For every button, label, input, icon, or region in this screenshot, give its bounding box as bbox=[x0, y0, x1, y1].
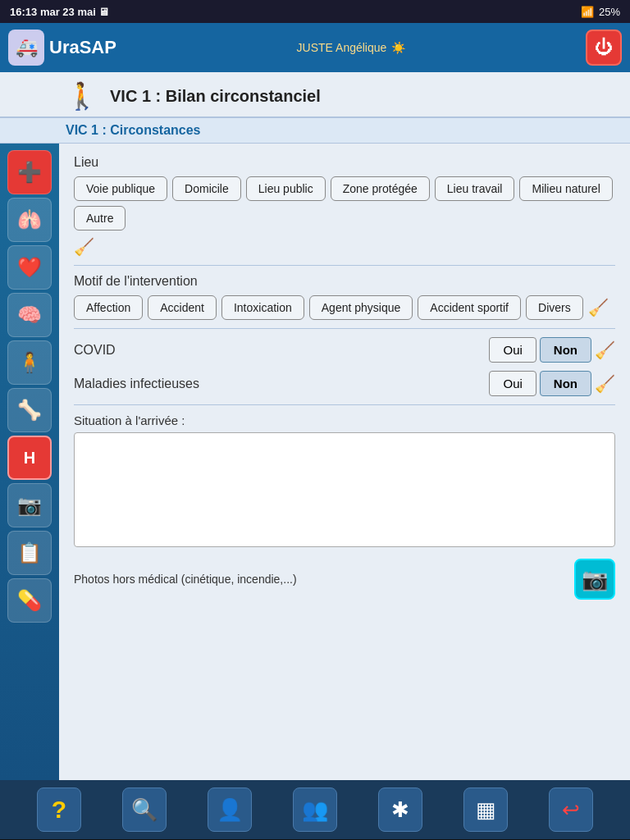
divider-2 bbox=[74, 328, 615, 329]
bottom-toolbar: ? 🔍 👤 👥 ✱ ▦ ↩ bbox=[0, 780, 630, 839]
divider-1 bbox=[74, 265, 615, 266]
lieu-button-group: Voie publique Domicile Lieu public Zone … bbox=[74, 176, 615, 231]
motif-btn-divers[interactable]: Divers bbox=[526, 295, 583, 320]
sub-title-bar: VIC 1 : Circonstances bbox=[0, 118, 630, 144]
header-user: JUSTE Angélique ☀️ bbox=[297, 41, 406, 54]
person-add-button[interactable]: 👤 bbox=[208, 788, 252, 832]
lieu-btn-autre[interactable]: Autre bbox=[74, 206, 126, 231]
status-right: 📶 25% bbox=[581, 6, 620, 18]
situation-textarea[interactable] bbox=[74, 432, 615, 547]
page-title: VIC 1 : Bilan circonstanciel bbox=[110, 87, 321, 106]
sidebar-item-document[interactable]: 📋 bbox=[7, 531, 52, 575]
page-title-bar: 🚶 VIC 1 : Bilan circonstanciel bbox=[0, 72, 630, 118]
lieu-label: Lieu bbox=[74, 155, 615, 170]
sidebar-item-medicine[interactable]: 💊 bbox=[7, 578, 52, 623]
motif-button-group: Affection Accident Intoxication Agent ph… bbox=[74, 295, 615, 320]
motif-btn-affection[interactable]: Affection bbox=[74, 295, 143, 320]
maladies-row: Maladies infectieuses Oui Non 🧹 bbox=[74, 371, 615, 396]
maladies-label: Maladies infectieuses bbox=[74, 377, 199, 391]
covid-eraser-icon[interactable]: 🧹 bbox=[595, 340, 615, 360]
covid-oui-non: Oui Non 🧹 bbox=[489, 337, 615, 363]
lieu-eraser-icon[interactable]: 🧹 bbox=[74, 237, 94, 257]
camera-button[interactable]: 📷 bbox=[574, 559, 615, 600]
lieu-btn-domicile[interactable]: Domicile bbox=[172, 176, 241, 201]
sidebar-item-anatomy[interactable]: 🫁 bbox=[7, 198, 52, 242]
motif-eraser-icon[interactable]: 🧹 bbox=[588, 295, 609, 320]
grid-button[interactable]: ▦ bbox=[463, 788, 508, 832]
lieu-btn-milieu[interactable]: Milieu naturel bbox=[519, 176, 612, 201]
lieu-btn-voie[interactable]: Voie publique bbox=[74, 176, 167, 201]
bluetooth-button[interactable]: ✱ bbox=[378, 788, 422, 832]
sidebar: ➕ 🫁 ❤️ 🧠 🧍 🦴 H 📷 📋 💊 bbox=[0, 144, 59, 780]
motif-btn-accident[interactable]: Accident bbox=[148, 295, 217, 320]
motif-btn-intoxication[interactable]: Intoxication bbox=[221, 295, 304, 320]
logo-area: 🚑 UraSAP bbox=[8, 30, 116, 66]
sidebar-item-heart[interactable]: ❤️ bbox=[7, 245, 52, 290]
sidebar-item-first-aid[interactable]: ➕ bbox=[7, 150, 52, 194]
sidebar-item-camera[interactable]: 📷 bbox=[7, 483, 52, 527]
weather-icon: ☀️ bbox=[391, 41, 405, 54]
sidebar-item-hospital[interactable]: H bbox=[7, 436, 52, 480]
logo-text: UraSAP bbox=[49, 37, 116, 58]
covid-row: COVID Oui Non 🧹 bbox=[74, 337, 615, 363]
maladies-non-button[interactable]: Non bbox=[540, 371, 591, 396]
lieu-btn-lieu-public[interactable]: Lieu public bbox=[246, 176, 326, 201]
battery-level: 25% bbox=[599, 6, 620, 18]
sidebar-item-brain[interactable]: 🧠 bbox=[7, 293, 52, 337]
page-title-icon: 🚶 bbox=[66, 80, 98, 112]
group-button[interactable]: 👥 bbox=[293, 788, 337, 832]
lieu-btn-zone[interactable]: Zone protégée bbox=[331, 176, 430, 201]
signal-icon: 📶 bbox=[581, 6, 594, 18]
status-bar: 16:13 mar 23 mai 🖥 📶 25% bbox=[0, 0, 630, 23]
search-button[interactable]: 🔍 bbox=[122, 788, 167, 832]
logo-icon: 🚑 bbox=[8, 30, 44, 66]
header-bar: 🚑 UraSAP JUSTE Angélique ☀️ ⏻ bbox=[0, 23, 630, 72]
user-name: JUSTE Angélique bbox=[297, 41, 387, 54]
sub-title: VIC 1 : Circonstances bbox=[66, 123, 201, 137]
back-button[interactable]: ↩ bbox=[549, 788, 593, 832]
motif-label: Motif de l'intervention bbox=[74, 274, 615, 289]
situation-label: Situation à l'arrivée : bbox=[74, 413, 615, 427]
camera-icon: 📷 bbox=[582, 567, 608, 592]
main-layout: ➕ 🫁 ❤️ 🧠 🧍 🦴 H 📷 📋 💊 Lieu Voie publique … bbox=[0, 144, 630, 780]
photo-row: Photos hors médical (cinétique, incendie… bbox=[74, 559, 615, 600]
maladies-oui-button[interactable]: Oui bbox=[489, 371, 536, 396]
photo-label: Photos hors médical (cinétique, incendie… bbox=[74, 573, 574, 586]
sidebar-item-body[interactable]: 🧍 bbox=[7, 340, 52, 385]
sidebar-item-bone[interactable]: 🦴 bbox=[7, 388, 52, 432]
maladies-eraser-icon[interactable]: 🧹 bbox=[595, 374, 615, 394]
covid-label: COVID bbox=[74, 343, 116, 358]
lieu-btn-travail[interactable]: Lieu travail bbox=[435, 176, 515, 201]
help-button[interactable]: ? bbox=[37, 788, 81, 832]
power-button[interactable]: ⏻ bbox=[586, 30, 622, 66]
covid-oui-button[interactable]: Oui bbox=[489, 337, 536, 363]
divider-3 bbox=[74, 404, 615, 405]
covid-non-button[interactable]: Non bbox=[540, 337, 591, 363]
maladies-oui-non: Oui Non 🧹 bbox=[489, 371, 615, 396]
status-time: 16:13 mar 23 mai 🖥 bbox=[10, 6, 109, 18]
motif-btn-agent[interactable]: Agent physique bbox=[309, 295, 413, 320]
content-area: Lieu Voie publique Domicile Lieu public … bbox=[59, 144, 630, 780]
motif-btn-sport[interactable]: Accident sportif bbox=[418, 295, 521, 320]
